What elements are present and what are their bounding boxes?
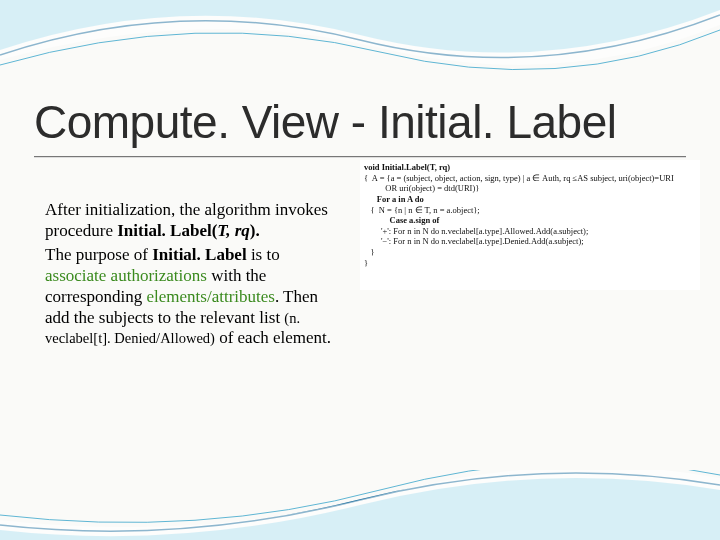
p1-proc-name: Initial. Label( <box>117 221 217 240</box>
pseudocode-block: void Initial.Label(T, rq) { A = {a = (su… <box>360 160 700 290</box>
slide-title: Compute. View - Initial. Label <box>34 95 616 149</box>
title-underline <box>34 156 686 158</box>
code-l10: } <box>364 258 368 268</box>
paragraph-2: The purpose of Initial. Label is to asso… <box>45 245 340 349</box>
p2d: associate authorizations <box>45 266 207 285</box>
paragraph-1: After initialization, the algorithm invo… <box>45 200 340 241</box>
code-l3: OR uri(object) = dtd(URI)} <box>364 183 479 193</box>
code-l4: For a in A do <box>370 194 423 204</box>
slide: Compute. View - Initial. Label After ini… <box>0 0 720 540</box>
p2i: of each element. <box>215 328 331 347</box>
p2a: The purpose of <box>45 245 152 264</box>
code-l1: void Initial.Label(T, rq) <box>364 162 450 172</box>
code-l2: { A = {a = (subject, object, action, sig… <box>364 173 674 183</box>
p2f: elements/attributes <box>147 287 275 306</box>
code-l6: Case a.sign of <box>377 215 440 225</box>
bottom-decorative-curve <box>0 470 720 540</box>
p1-proc-args: T, rq <box>217 221 249 240</box>
p2b: Initial. Label <box>152 245 246 264</box>
code-l9: } <box>364 247 374 257</box>
top-decorative-curve <box>0 0 720 90</box>
code-l5: { N = {n | n ∈ T, n = a.object}; <box>364 205 480 215</box>
body-text: After initialization, the algorithm invo… <box>45 200 340 353</box>
code-l8: '−': For n in N do n.veclabel[a.type].De… <box>364 236 584 246</box>
p2c: is to <box>247 245 280 264</box>
code-l7: '+': For n in N do n.veclabel[a.type].Al… <box>364 226 588 236</box>
p1-proc-close: ). <box>250 221 260 240</box>
